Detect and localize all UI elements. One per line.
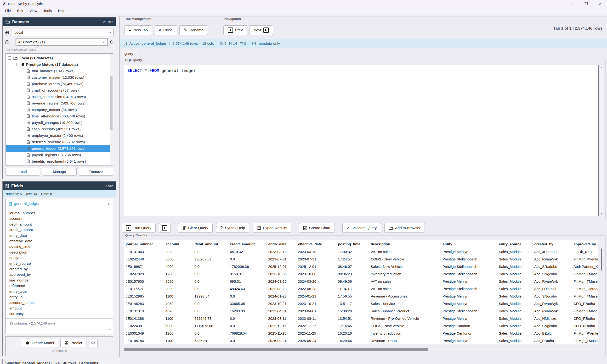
tree-dataset-item[interactable]: revenue_register (509,706 rows) [6, 100, 113, 106]
tab-query-1[interactable]: Query 1 [122, 50, 138, 57]
results-column-header[interactable]: created_by [532, 240, 572, 248]
table-row[interactable]: JE011652120200.048024.632022-08-232022-0… [124, 285, 598, 292]
field-item[interactable]: entry_id [9, 294, 113, 300]
sql-editor[interactable]: SELECT*FROMgeneral_ledger [124, 65, 599, 216]
tree-dataset-item[interactable]: cash_receipts (489,391 rows) [6, 126, 113, 132]
tree-dataset-item[interactable]: chart_of_accounts (57 rows) [6, 87, 113, 93]
table-row[interactable]: JE030104912000.0768828.542025-11-252025-… [124, 330, 598, 337]
tree-root[interactable]: Local (21 datasets) [6, 55, 113, 61]
active-table-row[interactable]: general_ledger ▲ [6, 199, 113, 208]
menu-item[interactable]: Edit [14, 8, 26, 13]
results-column-header[interactable]: posting_time [336, 240, 369, 248]
table-row[interactable]: JE015760020200.0695.012024-03-262024-03-… [124, 278, 598, 285]
collapse-expander-icon[interactable] [8, 56, 11, 60]
table-row[interactable]: JE022439150001711073.660.02022-11-172022… [124, 322, 598, 330]
tree-dataset-item[interactable]: payroll_changes (19,200 rows) [6, 119, 113, 126]
field-item[interactable]: currency [9, 311, 113, 316]
results-vscrollbar[interactable] [601, 248, 602, 344]
results-column-header[interactable]: credit_amount [228, 240, 266, 248]
refresh-icon[interactable] [110, 40, 114, 44]
field-item[interactable]: journal_number [9, 210, 113, 216]
context-select[interactable]: All Contexts (21) [15, 38, 108, 46]
add-to-browser-button[interactable]: Add to Browser [384, 223, 425, 233]
clear-query-button[interactable]: Clear Query [178, 223, 213, 233]
field-item[interactable]: entry_date [9, 233, 113, 238]
minimize-button[interactable]: – [565, 0, 579, 7]
results-column-header[interactable]: description [369, 240, 441, 248]
scroll-down-icon[interactable]: ▼ [600, 212, 603, 216]
field-item[interactable]: created_by [9, 266, 113, 272]
field-item[interactable]: account_name [9, 300, 113, 305]
results-column-header[interactable]: debit_amount [193, 240, 228, 248]
table-row[interactable]: JE013104320200.04519.322023-03-182023-03… [124, 248, 598, 256]
scroll-down-icon[interactable]: ▼ [108, 328, 111, 331]
close-tab-button[interactable]: × Close [154, 25, 177, 35]
menu-item[interactable]: Help [55, 8, 69, 13]
create-model-button[interactable]: Create Model [21, 339, 58, 347]
field-item[interactable]: account [9, 216, 113, 221]
tree-dataset-item[interactable]: purchase_orders (73,450 rows) [6, 81, 113, 87]
rename-tab-button[interactable]: ✎ Rename [179, 25, 208, 35]
close-button[interactable]: × [593, 0, 607, 7]
results-hscrollbar-thumb[interactable] [124, 348, 428, 351]
tree-dataset-item[interactable]: company_master (34 rows) [6, 106, 113, 113]
remove-button[interactable]: Remove [79, 168, 113, 176]
tree-group[interactable]: Prestige Motors (17 datasets) [6, 61, 113, 68]
tree-scrollbar-thumb[interactable] [110, 76, 112, 130]
tree-dataset-item[interactable]: deferred_revenue (68,792 rows) [6, 139, 113, 145]
tree-dataset-item[interactable]: payroll_register (97,736 rows) [6, 152, 113, 158]
menu-item[interactable]: View [26, 8, 40, 13]
syntax-help-button[interactable]: ? Syntax Help [216, 223, 249, 233]
field-item[interactable]: debit_amount [9, 221, 113, 227]
validate-query-button[interactable]: ✓ Validate Query [342, 223, 381, 233]
collapse-expander-icon[interactable] [16, 63, 19, 66]
table-row[interactable]: JE01412881100599945.780.02023-08-112023-… [124, 315, 598, 322]
scroll-up-icon[interactable]: ▲ [107, 202, 110, 206]
table-row[interactable]: JE019987140000.01782006.362025-12-012025… [124, 263, 598, 270]
field-item[interactable]: approved_by [9, 272, 113, 277]
menu-item[interactable]: File [2, 8, 14, 13]
results-column-header[interactable]: journal_number [124, 240, 164, 248]
table-row[interactable]: JE013191940200.016283.992023-04-012023-0… [124, 307, 598, 315]
restore-button[interactable] [579, 0, 593, 7]
source-select[interactable]: Local [12, 29, 114, 36]
new-tab-button[interactable]: + New Tab [124, 25, 152, 35]
field-item[interactable]: line_number [9, 277, 113, 283]
results-column-header[interactable]: entry_source [497, 240, 532, 248]
results-column-header[interactable]: account [164, 240, 193, 248]
tree-dataset-item[interactable]: time_attendance (808,748 rows) [6, 113, 113, 119]
run-query-button[interactable]: Run Query [122, 223, 156, 233]
create-chart-button[interactable]: Create Chart [299, 223, 335, 233]
table-row[interactable]: JE0152985110012998.540.02024-01-232024-0… [124, 292, 598, 300]
field-item[interactable]: description [9, 249, 113, 255]
tree-dataset-item[interactable]: employee_master (2,400 rows) [6, 132, 113, 139]
sql-editor-scrollbar[interactable]: ▲ ▼ [600, 65, 603, 216]
export-results-button[interactable]: Export Results [253, 223, 291, 233]
results-column-header[interactable]: effective_date [296, 240, 336, 248]
field-item[interactable]: entry_type [9, 289, 113, 294]
field-item[interactable]: entity [9, 255, 113, 260]
tree-dataset-item[interactable]: trial_balance (1,147 rows) [6, 68, 113, 74]
field-item[interactable]: entry_source [9, 261, 113, 266]
results-column-header[interactable]: approved_by [572, 240, 598, 248]
results-column-header[interactable]: entry_date [266, 240, 296, 248]
table-row[interactable]: JE014628340300.033665.052023-10-212023-1… [124, 300, 598, 307]
tree-dataset-item[interactable]: benefits_enrollment (5,641 rows) [6, 158, 113, 165]
tree-dataset-item[interactable]: customer_master (12,030 rows) [6, 74, 113, 81]
table-row[interactable]: JE024702912000.09159.312023-10-062023-10… [124, 270, 598, 278]
results-hscrollbar[interactable] [124, 348, 598, 351]
scroll-up-icon[interactable]: ▲ [600, 66, 603, 69]
settings-button[interactable]: ⚙ [89, 339, 98, 347]
field-item[interactable]: posting_time [9, 244, 113, 249]
results-vscrollbar-thumb[interactable] [601, 248, 602, 271]
predict-button[interactable]: Predict [60, 339, 86, 347]
field-item[interactable]: reference [9, 283, 113, 288]
field-item[interactable]: credit_amount [9, 227, 113, 233]
results-column-header[interactable]: entity [441, 240, 497, 248]
manage-button[interactable]: Manage [42, 168, 77, 176]
tree-scrollbar[interactable] [110, 54, 113, 165]
prev-tab-button[interactable]: Prev [223, 25, 247, 35]
tree-dataset-item[interactable]: sales_commission (34,913 rows) [6, 93, 113, 100]
field-item[interactable]: amount [9, 305, 113, 311]
next-tab-button[interactable]: Next [249, 25, 273, 35]
